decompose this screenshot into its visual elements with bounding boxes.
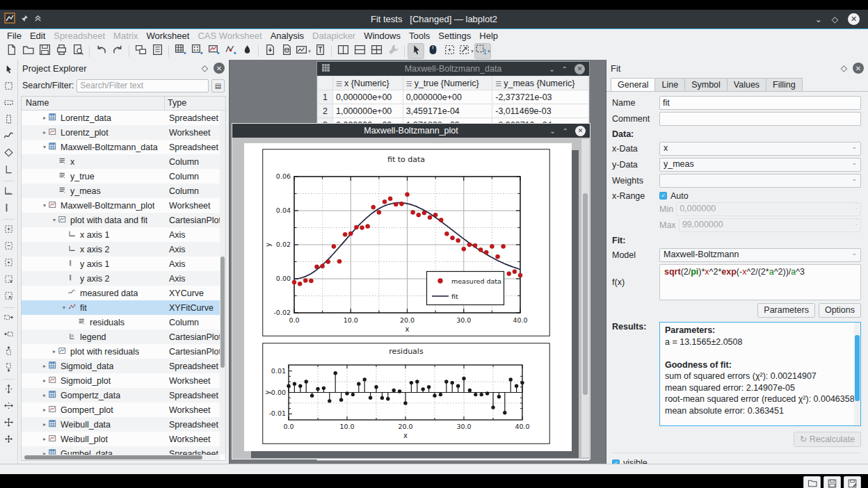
- close-button[interactable]: ✕: [848, 13, 860, 25]
- cell[interactable]: 0,000000e+00: [333, 90, 403, 104]
- tree-item-sigmoid_plot[interactable]: ▸ Sigmoid_plot Worksheet: [22, 373, 220, 388]
- zoom-in-selection-button[interactable]: [1, 222, 17, 238]
- tree-expander-icon[interactable]: ▸: [41, 129, 48, 136]
- tree-item-legend[interactable]: legend CartesianPlotLegend: [22, 330, 220, 344]
- keep-above-icon[interactable]: [34, 15, 42, 24]
- scale-auto-button[interactable]: [1, 416, 17, 431]
- import-sql-button[interactable]: [278, 43, 295, 59]
- tree-expander-icon[interactable]: ▾: [51, 217, 58, 223]
- select-y-region-button[interactable]: [1, 113, 17, 128]
- save-button[interactable]: [36, 43, 53, 59]
- search-filter-input[interactable]: [77, 79, 209, 92]
- worksheet-vertical-scrollbar[interactable]: [581, 139, 589, 457]
- redo-button[interactable]: [109, 43, 126, 59]
- tree-expander-icon[interactable]: ▸: [41, 115, 48, 121]
- zoom-y-selection-button[interactable]: [1, 289, 17, 304]
- single-view-button[interactable]: 1▾: [474, 43, 491, 59]
- menu-settings[interactable]: Settings: [434, 31, 475, 41]
- scale-auto-x-button[interactable]: [1, 399, 17, 414]
- tree-item-plot-with-residuals[interactable]: ▸ plot with residuals CartesianPlot: [22, 344, 220, 359]
- maximize-button[interactable]: ◇: [832, 15, 838, 24]
- pin-icon[interactable]: [21, 15, 29, 24]
- new-spreadsheet-button[interactable]: [172, 43, 188, 59]
- zoom-select-button[interactable]: [1, 79, 17, 95]
- select-x-region-button[interactable]: [1, 96, 17, 111]
- column-header[interactable]: ☰y_meas {Numeric}: [492, 76, 589, 90]
- window-shade-icon[interactable]: ⌄: [549, 65, 554, 73]
- tile-vertical-button[interactable]: [335, 43, 351, 59]
- tree-item-maxwell-boltzmann_data[interactable]: ▾ Maxwell-Boltzmann_data Spreadsheet: [22, 140, 220, 154]
- menu-file[interactable]: File: [3, 31, 26, 41]
- window-shade-icon[interactable]: ⌄: [549, 127, 555, 135]
- save-config-as-button[interactable]: [844, 476, 861, 488]
- tab-filling[interactable]: Filling: [766, 78, 803, 91]
- tree-column-name[interactable]: Name: [22, 97, 165, 110]
- tree-item-weibull_data[interactable]: ▸ Weibull_data Spreadsheet: [22, 417, 220, 432]
- cell[interactable]: -2,373721e-03: [492, 90, 589, 104]
- tree-item-x-axis-2[interactable]: x axis 2 Axis: [22, 242, 220, 257]
- menu-help[interactable]: Help: [475, 31, 502, 41]
- tree-item-plot-with-data-and-fit[interactable]: ▾ plot with data and fit CartesianPlot: [22, 213, 220, 227]
- worksheet-page[interactable]: fit to data0.010.020.030.040.0-0.020.000…: [244, 143, 572, 451]
- tile-grid-button[interactable]: [368, 43, 385, 59]
- tree-expander-icon[interactable]: ▾: [41, 202, 48, 209]
- zoom-selection-mode-button[interactable]: [441, 43, 458, 59]
- shift-right-x-button[interactable]: [1, 311, 17, 326]
- results-scrollbar[interactable]: [854, 323, 860, 425]
- tree-item-measured-data[interactable]: measured data XYCurve: [22, 286, 220, 300]
- open-file-button[interactable]: [19, 43, 36, 59]
- formula-field[interactable]: sqrt(2/pi)*x^2*exp(-x^2/(2*a^2))/a^3: [659, 264, 861, 300]
- spreadsheet-window-titlebar[interactable]: Maxwell-Boltzmann_data ⌄ ⌃ ✕: [317, 62, 589, 76]
- row-number[interactable]: 1: [318, 90, 333, 104]
- model-combobox[interactable]: Maxwell-Boltzmann: [659, 248, 861, 262]
- window-restore-icon[interactable]: ⌃: [562, 65, 568, 73]
- new-worksheet-button[interactable]: [205, 43, 222, 59]
- tree-expander-icon[interactable]: ▸: [41, 407, 48, 413]
- new-notes-button[interactable]: [239, 43, 255, 59]
- fit-plot[interactable]: fit to data0.010.020.030.040.0-0.020.000…: [262, 149, 550, 339]
- weights-combobox[interactable]: [659, 174, 861, 188]
- tree-item-gompert_plot[interactable]: ▸ Gompert_plot Worksheet: [22, 402, 220, 417]
- add-curve-button[interactable]: [1, 129, 17, 145]
- add-legend-button[interactable]: [1, 163, 17, 178]
- tree-item-x-axis-1[interactable]: x axis 1 Axis: [22, 227, 220, 242]
- worksheet-view[interactable]: fit to data0.010.020.030.040.0-0.020.000…: [232, 138, 590, 459]
- float-dock-button[interactable]: ◇: [202, 63, 208, 73]
- tree-column-type[interactable]: Type: [165, 97, 225, 110]
- worksheet-window-close[interactable]: ✕: [575, 126, 586, 136]
- fits-editor-button[interactable]: [312, 43, 328, 59]
- x-data-combobox[interactable]: x: [659, 142, 861, 156]
- worksheet-window[interactable]: Maxwell-Boltzmann_plot ⌄ ⌃ ✕ fit to data…: [232, 123, 590, 459]
- scale-auto-y-button[interactable]: [1, 382, 17, 398]
- tree-item-lorentz_plot[interactable]: ▸ Lorentz_plot Worksheet: [22, 125, 220, 140]
- scale-fit-button[interactable]: [1, 432, 17, 448]
- tree-item-y_true[interactable]: y_true Column: [22, 169, 220, 184]
- cell[interactable]: -3,011469e-03: [492, 104, 589, 118]
- navigation-mode-button[interactable]: [424, 43, 441, 59]
- tree-expander-icon[interactable]: ▸: [51, 348, 58, 355]
- add-equation-curve-button[interactable]: [1, 146, 17, 161]
- menu-worksheet[interactable]: Worksheet: [142, 31, 193, 41]
- select-mode-button[interactable]: [408, 43, 424, 59]
- parameters-button[interactable]: Parameters: [757, 303, 815, 318]
- tree-expander-icon[interactable]: ▾: [41, 144, 48, 150]
- options-button[interactable]: Options: [819, 303, 861, 318]
- tree-item-residuals[interactable]: residuals Column: [22, 315, 220, 330]
- menu-windows[interactable]: Windows: [360, 31, 405, 41]
- tab-line[interactable]: Line: [654, 78, 685, 91]
- y-data-combobox[interactable]: y_meas: [659, 158, 861, 172]
- zoom-out-selection-button[interactable]: [1, 239, 17, 254]
- tree-item-gumbel_data[interactable]: ▸ Gumbel_data Spreadsheet: [22, 446, 220, 455]
- tree-expander-icon[interactable]: ▸: [41, 436, 48, 442]
- tree-horizontal-scrollbar[interactable]: [22, 455, 220, 460]
- new-file-button[interactable]: [3, 43, 19, 59]
- export-button[interactable]: ▾: [295, 43, 312, 59]
- tab-values[interactable]: Values: [727, 78, 766, 91]
- tree-item-weibull_plot[interactable]: ▸ Weibull_plot Worksheet: [22, 432, 220, 446]
- dropdown-caret-icon[interactable]: ▾: [471, 49, 474, 54]
- zoom-selection-button[interactable]: [1, 256, 17, 271]
- close-dock-button[interactable]: ✕: [853, 63, 864, 74]
- cell[interactable]: 1,000000e+00: [333, 104, 403, 118]
- tab-symbol[interactable]: Symbol: [684, 78, 728, 91]
- print-button[interactable]: [53, 43, 70, 59]
